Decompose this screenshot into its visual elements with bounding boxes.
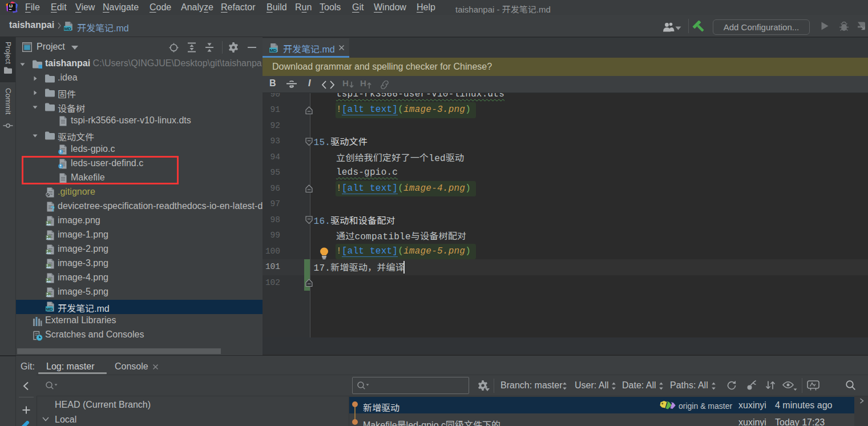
svg-text:MD: MD (269, 48, 277, 53)
svg-text:IJ: IJ (9, 3, 13, 9)
svg-text:MD: MD (46, 307, 53, 312)
svg-text:?: ? (51, 205, 55, 212)
svg-text:MD: MD (64, 26, 71, 31)
